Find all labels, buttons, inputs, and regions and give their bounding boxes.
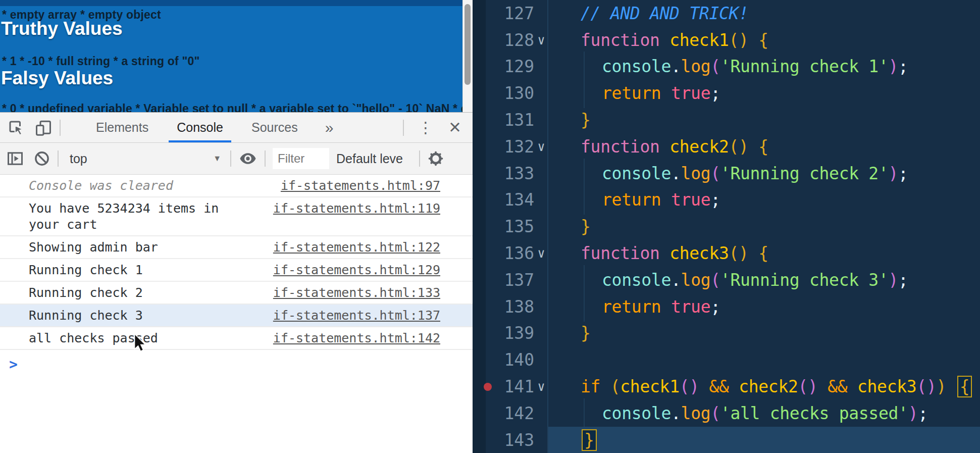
line-number[interactable]: 138 xyxy=(504,297,534,317)
console-prompt-row[interactable]: > xyxy=(0,350,473,373)
line-number[interactable]: 127 xyxy=(504,4,534,23)
editor-line[interactable]: 136∨function check3() { xyxy=(473,240,980,267)
editor-gutter[interactable]: 127 xyxy=(473,4,548,23)
editor-gutter[interactable]: 141∨ xyxy=(473,377,548,396)
page-scrollbar[interactable] xyxy=(462,0,473,112)
console-message: Running check 3 xyxy=(29,308,227,324)
line-number[interactable]: 130 xyxy=(504,83,534,103)
editor-line[interactable]: 133console.log('Running check 2'); xyxy=(473,160,980,187)
devtools-menu-icon[interactable]: ⋮ xyxy=(411,119,440,136)
page-scrollbar-thumb[interactable] xyxy=(465,4,471,85)
editor-line[interactable]: 132∨function check2() { xyxy=(473,133,980,160)
console-row[interactable]: Console was clearedif-statements.html:97 xyxy=(0,175,473,197)
console-row[interactable]: Running check 3if-statements.html:137 xyxy=(0,305,473,327)
line-number[interactable]: 140 xyxy=(504,350,534,370)
console-row[interactable]: all checks passedif-statements.html:142 xyxy=(0,327,473,350)
fold-chevron-icon[interactable]: ∨ xyxy=(534,246,548,261)
live-expression-eye-icon[interactable] xyxy=(238,149,257,168)
console-row[interactable]: Running check 2if-statements.html:133 xyxy=(0,282,473,305)
editor-line[interactable]: 143} xyxy=(473,427,980,453)
code-text: function check1() { xyxy=(548,30,768,50)
console-row[interactable]: You have 5234234 items in your cartif-st… xyxy=(0,197,473,236)
editor-line[interactable]: 142console.log('all checks passed'); xyxy=(473,400,980,427)
editor-line[interactable]: 139} xyxy=(473,320,980,347)
line-number[interactable]: 131 xyxy=(504,110,534,130)
editor-line[interactable]: 138return true; xyxy=(473,293,980,320)
editor-gutter[interactable]: 143 xyxy=(473,430,548,450)
line-number[interactable]: 136 xyxy=(504,243,534,263)
line-number[interactable]: 128 xyxy=(504,30,534,50)
code-editor[interactable]: 127// AND AND TRICK!128∨function check1(… xyxy=(473,0,980,453)
tab-elements[interactable]: Elements xyxy=(82,113,163,142)
editor-line[interactable]: 134return true; xyxy=(473,187,980,214)
editor-line[interactable]: 128∨function check1() { xyxy=(473,27,980,54)
tab-sources[interactable]: Sources xyxy=(237,113,312,142)
line-number[interactable]: 137 xyxy=(504,270,534,290)
more-tabs-button[interactable]: » xyxy=(325,119,334,136)
devtools-panel: ElementsConsoleSources » ⋮ ✕ xyxy=(0,112,473,453)
console-row[interactable]: Running check 1if-statements.html:129 xyxy=(0,259,473,282)
editor-gutter[interactable]: 133 xyxy=(473,164,548,183)
filter-input[interactable] xyxy=(273,148,329,169)
log-levels-selector[interactable]: Default leve xyxy=(336,152,412,166)
breakpoint-dot[interactable] xyxy=(484,383,492,391)
console-sidebar-icon[interactable] xyxy=(6,149,24,168)
code-text: function check3() { xyxy=(548,243,768,263)
line-number[interactable]: 142 xyxy=(504,404,534,423)
line-number[interactable]: 139 xyxy=(504,323,534,343)
console-source-link[interactable]: if-statements.html:119 xyxy=(273,200,440,217)
editor-gutter[interactable]: 136∨ xyxy=(473,243,548,263)
editor-gutter[interactable]: 132∨ xyxy=(473,137,548,157)
line-number[interactable]: 129 xyxy=(504,57,534,76)
code-text: function check2() { xyxy=(548,137,768,157)
console-source-link[interactable]: if-statements.html:122 xyxy=(273,239,440,256)
editor-gutter[interactable]: 131 xyxy=(473,110,548,130)
editor-line[interactable]: 135} xyxy=(473,213,980,240)
editor-line[interactable]: 140 xyxy=(473,346,980,373)
fold-chevron-icon[interactable]: ∨ xyxy=(534,379,548,394)
editor-line[interactable]: 137console.log('Running check 3'); xyxy=(473,267,980,293)
console-row[interactable]: Showing admin barif-statements.html:122 xyxy=(0,236,473,259)
console-messages: Console was clearedif-statements.html:97… xyxy=(0,175,473,451)
console-source-link[interactable]: if-statements.html:137 xyxy=(273,308,440,324)
line-number[interactable]: 133 xyxy=(504,164,534,183)
inspect-element-icon[interactable] xyxy=(7,119,25,137)
editor-gutter[interactable]: 129 xyxy=(473,57,548,76)
clear-console-icon[interactable] xyxy=(33,150,50,167)
editor-line[interactable]: 129console.log('Running check 1'); xyxy=(473,54,980,80)
console-message: You have 5234234 items in your cart xyxy=(29,200,227,233)
line-number[interactable]: 134 xyxy=(504,190,534,210)
page-top-strip xyxy=(0,0,473,6)
editor-gutter[interactable]: 139 xyxy=(473,323,548,343)
editor-gutter[interactable]: 137 xyxy=(473,270,548,290)
fold-chevron-icon[interactable]: ∨ xyxy=(534,33,548,47)
editor-line[interactable]: 127// AND AND TRICK! xyxy=(473,0,980,27)
editor-gutter[interactable]: 128∨ xyxy=(473,30,548,50)
browser-left-panel: * empty array * empty object Truthy Valu… xyxy=(0,0,473,453)
line-number[interactable]: 135 xyxy=(504,217,534,236)
device-toolbar-icon[interactable] xyxy=(34,119,53,137)
editor-gutter[interactable]: 130 xyxy=(473,83,548,103)
line-number[interactable]: 132 xyxy=(504,137,534,157)
settings-gear-icon[interactable] xyxy=(427,150,444,167)
editor-gutter[interactable]: 138 xyxy=(473,297,548,317)
editor-gutter[interactable]: 140 xyxy=(473,350,548,370)
editor-gutter[interactable]: 142 xyxy=(473,404,548,423)
editor-line[interactable]: 130return true; xyxy=(473,80,980,107)
console-prompt-icon: > xyxy=(9,356,18,373)
editor-gutter[interactable]: 134 xyxy=(473,190,548,210)
console-source-link[interactable]: if-statements.html:129 xyxy=(273,262,440,278)
editor-line[interactable]: 131} xyxy=(473,107,980,133)
line-number[interactable]: 141 xyxy=(504,377,534,396)
console-source-link[interactable]: if-statements.html:142 xyxy=(273,330,440,346)
console-source-link[interactable]: if-statements.html:97 xyxy=(281,178,440,194)
editor-gutter[interactable]: 135 xyxy=(473,217,548,236)
console-source-link[interactable]: if-statements.html:133 xyxy=(273,285,440,301)
line-number[interactable]: 143 xyxy=(504,430,534,450)
tab-console[interactable]: Console xyxy=(163,113,237,142)
code-text: } xyxy=(548,430,597,450)
context-selector[interactable]: top ▼ xyxy=(70,152,221,166)
editor-line[interactable]: 141∨if (check1() && check2() && check3()… xyxy=(473,373,980,400)
fold-chevron-icon[interactable]: ∨ xyxy=(534,139,548,154)
close-icon[interactable]: ✕ xyxy=(440,118,465,137)
